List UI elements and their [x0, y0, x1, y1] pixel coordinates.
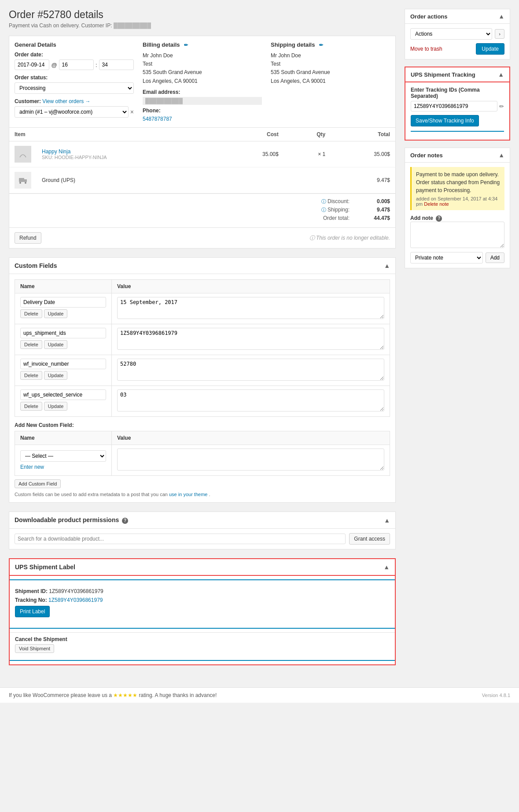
svg-rect-0	[16, 148, 29, 161]
tracking-id-input[interactable]	[411, 101, 497, 111]
ups-label-divider	[10, 579, 395, 580]
cf-delete-button[interactable]: Delete	[20, 309, 42, 318]
add-custom-field-button[interactable]: Add Custom Field	[15, 479, 61, 488]
cf-value-field[interactable]: 15 September, 2017	[117, 297, 384, 319]
svg-rect-2	[19, 178, 24, 182]
order-notes-header: Order notes ▲	[405, 148, 510, 163]
shipping-icon	[15, 172, 31, 189]
actions-row: Actions ›	[410, 28, 504, 40]
cancel-shipment-title: Cancel the Shipment	[15, 636, 390, 642]
view-other-orders-link[interactable]: View other orders →	[42, 98, 90, 104]
enter-new-cf-link[interactable]: Enter new	[20, 464, 44, 470]
add-note-area: Add note ? Private note Customer note Ad…	[410, 215, 504, 263]
add-note-button[interactable]: Add	[486, 252, 504, 263]
ups-tracking-divider	[411, 131, 504, 132]
order-status-label: Order status:	[15, 74, 134, 81]
footer-text: If you like WooCommerce please leave us …	[9, 692, 217, 698]
product-sku: SKU: HOODIE-HAPPY-NINJA	[42, 155, 214, 160]
order-date-input[interactable]	[15, 59, 49, 70]
save-tracking-button[interactable]: Save/Show Tracking Info	[411, 115, 479, 126]
custom-fields-table: Name Value Delete Update 15 September, 2…	[15, 279, 390, 417]
footer-stars: ★★★★★	[113, 692, 137, 698]
time-sep: :	[96, 62, 97, 68]
cf-name-select[interactable]: — Select —	[20, 450, 106, 462]
tracking-no-link[interactable]: 1Z589Y4Y0396861979	[48, 597, 103, 603]
ups-tracking-collapse-icon[interactable]: ▲	[498, 71, 504, 78]
shipping-edit-link[interactable]: ✏	[319, 42, 323, 48]
grant-access-button[interactable]: Grant access	[349, 533, 390, 545]
custom-fields-collapse-icon[interactable]: ▲	[384, 262, 390, 269]
print-label-button[interactable]: Print Label	[15, 606, 50, 617]
cf-value-field[interactable]: 52780	[117, 359, 384, 381]
cf-value-field[interactable]: 1Z589Y4Y0396861979	[117, 328, 384, 350]
phone-label: Phone:	[143, 108, 262, 114]
product-name-link[interactable]: Happy Ninja	[42, 148, 70, 155]
ups-tracking-header: UPS Shipment Tracking ▲	[405, 67, 509, 82]
order-total-label: Order total:	[302, 215, 355, 221]
use-in-theme-link[interactable]: use in your theme	[169, 492, 207, 497]
custom-fields-card: Custom Fields ▲ Name Value Delete Up	[9, 257, 396, 503]
tracking-ids-label: Enter Tracking IDs (Comma Separated)	[411, 87, 504, 99]
order-min-input[interactable]	[99, 59, 134, 70]
cf-update-button[interactable]: Update	[44, 371, 67, 380]
delete-note-link[interactable]: Delete note	[424, 201, 449, 207]
note-type-select[interactable]: Private note Customer note	[410, 252, 483, 263]
add-cf-name-col: Name	[15, 431, 112, 445]
billing-details-section: Billing details ✏ Mr John Doe Test 535 S…	[143, 41, 262, 122]
downloadable-header: Downloadable product permissions ? ▲	[9, 512, 395, 529]
ups-tracking-card: UPS Shipment Tracking ▲ Enter Tracking I…	[405, 67, 510, 141]
refund-button[interactable]: Refund	[15, 232, 41, 244]
cf-name-field[interactable]	[20, 359, 106, 369]
downloadable-search-input[interactable]	[15, 534, 346, 544]
cf-delete-button[interactable]: Delete	[20, 340, 42, 349]
cf-delete-button[interactable]: Delete	[20, 402, 42, 411]
cf-note: Custom fields can be used to add extra m…	[15, 492, 390, 497]
tracking-edit-icon[interactable]: ✏	[499, 103, 504, 110]
order-meta-grid: General Details Order date: @ : Order st…	[9, 36, 395, 128]
order-actions-card: Order actions ▲ Actions › Move to trash …	[405, 9, 510, 59]
add-cf-table: Name Value — Select —	[15, 431, 390, 476]
footer-bar: If you like WooCommerce please leave us …	[0, 687, 519, 703]
downloadable-collapse-icon[interactable]: ▲	[384, 517, 390, 524]
add-cf-value-col: Value	[112, 431, 390, 445]
shipping-method-name: Ground (UPS)	[37, 167, 219, 193]
customer-select[interactable]: admin (#1 – vj@wooforce.com)	[15, 106, 129, 118]
tracking-no-row: Tracking No: 1Z589Y4Y0396861979	[15, 597, 390, 603]
cf-update-button[interactable]: Update	[44, 340, 67, 349]
actions-select[interactable]: Actions	[410, 28, 492, 40]
print-label-row: Print Label	[15, 606, 390, 617]
col-cost: Cost	[219, 128, 284, 141]
cf-value-field[interactable]: 03	[117, 389, 384, 412]
ups-label-collapse-icon[interactable]: ▲	[383, 564, 390, 571]
cf-name-field[interactable]	[20, 297, 106, 308]
order-notes-collapse-icon[interactable]: ▲	[498, 152, 504, 159]
actions-arrow-button[interactable]: ›	[495, 29, 504, 39]
phone-link[interactable]: 5487878787	[143, 116, 172, 122]
cf-update-button[interactable]: Update	[44, 402, 67, 411]
cf-new-value-input[interactable]	[117, 449, 384, 471]
add-note-textarea[interactable]	[410, 222, 504, 248]
void-shipment-button[interactable]: Void Shipment	[15, 644, 54, 653]
move-to-trash-link[interactable]: Move to trash	[410, 46, 442, 52]
cf-name-field[interactable]	[20, 389, 106, 400]
order-footer: Refund ⓘ This order is no longer editabl…	[9, 227, 395, 248]
cf-delete-button[interactable]: Delete	[20, 371, 42, 380]
no-edit-notice: ⓘ This order is no longer editable.	[309, 234, 390, 242]
add-new-cf-label: Add New Custom Field:	[15, 422, 390, 428]
cf-name-field[interactable]	[20, 328, 106, 338]
order-hour-input[interactable]	[59, 59, 94, 70]
order-actions-collapse-icon[interactable]: ▲	[498, 13, 504, 20]
clear-customer-icon[interactable]: ×	[130, 108, 134, 115]
update-button[interactable]: Update	[476, 43, 504, 55]
add-note-row: Private note Customer note Add	[410, 252, 504, 263]
order-actions-body: Actions › Move to trash Update	[405, 24, 510, 59]
item-cost: 35.00$	[219, 141, 284, 167]
sidebar: Order actions ▲ Actions › Move to trash …	[405, 9, 510, 674]
totals-section: ⓘ Discount: 0.00$ ⓘ Shipping: 9.47$ Orde…	[9, 193, 395, 227]
order-status-select[interactable]: Processing	[15, 82, 134, 94]
cf-col-value: Value	[112, 280, 390, 293]
cf-row: Delete Update 15 September, 2017	[15, 293, 390, 324]
svg-marker-3	[24, 179, 27, 182]
billing-edit-link[interactable]: ✏	[184, 42, 188, 48]
cf-update-button[interactable]: Update	[44, 309, 67, 318]
